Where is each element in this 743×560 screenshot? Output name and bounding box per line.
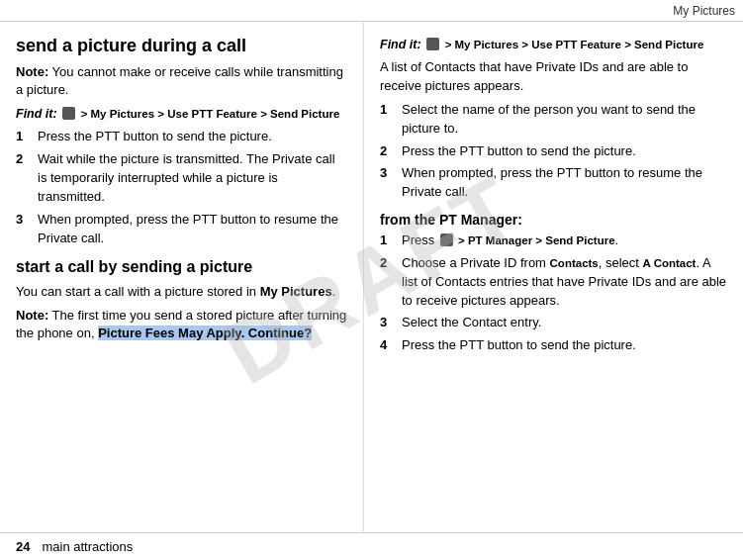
left-step-1: 1 Press the PTT button to send the pictu… (16, 128, 347, 146)
step-num: 1 (16, 128, 34, 146)
find-it-path-left: > My Pictures > Use PTT Feature > Send P… (81, 108, 340, 120)
left-find-it: Find it: > My Pictures > Use PTT Feature… (16, 105, 347, 123)
step-text: Press the PTT button to send the picture… (38, 128, 272, 146)
from-steps-list: 1 Press > PT Manager > Send Picture. 2 C… (380, 232, 727, 355)
step-text: Press the PTT button to send the picture… (402, 142, 636, 161)
top-bar: My Pictures (0, 0, 743, 22)
note-body: You cannot make or receive calls while t… (16, 64, 343, 98)
right-find-it: Find it: > My Pictures > Use PTT Feature… (380, 36, 727, 53)
left-steps-list: 1 Press the PTT button to send the pictu… (16, 128, 347, 247)
section2-note-highlight: Picture Fees May Apply. Continue? (98, 326, 312, 340)
step-text: Select the name of the person you want t… (402, 101, 727, 139)
step-text: Select the Contact entry. (402, 314, 541, 332)
right-step-1: 1 Select the name of the person you want… (380, 101, 727, 139)
step-num: 3 (16, 211, 34, 230)
right-steps-list: 1 Select the name of the person you want… (380, 101, 727, 202)
page-number: 24 (16, 539, 30, 554)
left-main-heading: send a picture during a call (16, 36, 347, 57)
right-column: Find it: > My Pictures > Use PTT Feature… (364, 22, 743, 532)
contacts-ref: Contacts (550, 257, 599, 269)
step-num: 2 (380, 142, 398, 161)
find-it-label-right: Find it: (380, 38, 421, 51)
step-text: Press > PT Manager > Send Picture. (402, 232, 618, 250)
left-column: send a picture during a call Note: You c… (0, 22, 364, 532)
bottom-label: main attractions (42, 539, 133, 554)
left-step-3: 3 When prompted, press the PTT button to… (16, 211, 347, 248)
left-section2-body: You can start a call with a picture stor… (16, 283, 347, 302)
from-heading: from the PT Manager: (380, 212, 727, 228)
step-num: 2 (380, 254, 398, 273)
from-step-3: 3 Select the Contact entry. (380, 314, 727, 332)
top-bar-title: My Pictures (673, 4, 735, 18)
content-area: send a picture during a call Note: You c… (0, 22, 743, 532)
step-num: 1 (380, 101, 398, 120)
step-text: Press the PTT button to send the picture… (402, 336, 636, 355)
step-text: When prompted, press the PTT button to r… (402, 164, 727, 202)
page: My Pictures DRAFT send a picture during … (0, 0, 743, 560)
find-it-path-right: > My Pictures > Use PTT Feature > Send P… (445, 39, 704, 50)
from-step-1: 1 Press > PT Manager > Send Picture. (380, 232, 727, 250)
from-step-2: 2 Choose a Private ID from Contacts, sel… (380, 254, 727, 311)
menu-icon-right (426, 38, 439, 50)
left-note: Note: You cannot make or receive calls w… (16, 63, 347, 101)
right-step-2: 2 Press the PTT button to send the pictu… (380, 142, 727, 161)
right-step-3: 3 When prompted, press the PTT button to… (380, 164, 727, 202)
left-step-2: 2 Wait while the picture is transmitted.… (16, 150, 347, 207)
left-section2-note: Note: The first time you send a stored p… (16, 307, 347, 344)
menu-icon-left (62, 107, 75, 120)
step-num: 3 (380, 164, 398, 183)
step-num: 1 (380, 232, 398, 250)
from-step-1-bold: > PT Manager > Send Picture (455, 234, 615, 246)
find-it-label-left: Find it: (16, 107, 57, 121)
my-pictures-ref: My Pictures (260, 284, 332, 299)
step-text: Wait while the picture is transmitted. T… (38, 150, 347, 207)
step-text: Choose a Private ID from Contacts, selec… (402, 254, 727, 311)
step-text: When prompted, press the PTT button to r… (38, 211, 347, 248)
left-section2-heading: start a call by sending a picture (16, 257, 347, 276)
right-intro: A list of Contacts that have Private IDs… (380, 58, 727, 96)
step-num: 2 (16, 150, 34, 169)
a-contact-ref: A Contact (643, 257, 697, 269)
section2-note-label: Note: (16, 308, 48, 323)
step-num: 4 (380, 336, 398, 355)
bottom-bar: 24 main attractions (0, 532, 743, 560)
menu-icon-from1 (440, 233, 453, 246)
note-label: Note: (16, 64, 48, 79)
from-step-4: 4 Press the PTT button to send the pictu… (380, 336, 727, 355)
step-num: 3 (380, 314, 398, 332)
